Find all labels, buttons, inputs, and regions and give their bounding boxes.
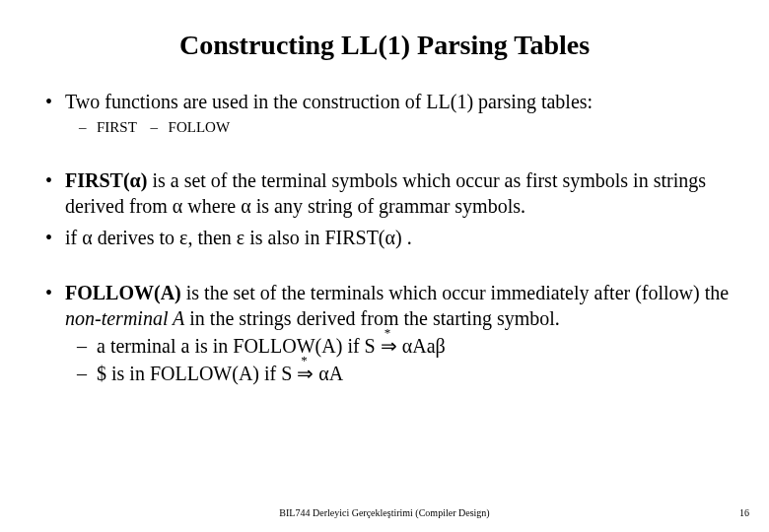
sublist-1: FIRST FOLLOW	[65, 118, 739, 138]
bullet-3-c: , then	[187, 227, 236, 248]
bullet-3-a: if	[65, 227, 82, 248]
dash-1-a: a terminal a is in FOLLOW(A) if S	[97, 335, 381, 357]
page-title: Constructing LL(1) Parsing Tables	[30, 30, 739, 61]
sub-follow: FOLLOW	[169, 118, 231, 138]
sub-first: FIRST	[97, 118, 137, 138]
first-label: FIRST(α)	[65, 169, 152, 191]
dash-2: $ is in FOLLOW(A) if S *⇒ αA	[97, 361, 739, 386]
bullet-2-text-b: where	[182, 195, 241, 217]
page-number: 16	[739, 507, 749, 518]
star-1: *	[384, 326, 391, 339]
derives-arrow-1: *⇒	[381, 336, 397, 356]
dash-2-c: A	[329, 363, 343, 384]
bullet-3: if α derives to ε, then ε is also in FIR…	[65, 225, 739, 250]
first-word: FIRST(	[65, 169, 130, 191]
alpha-symbol-7: α	[318, 363, 328, 384]
alpha-symbol-2: α	[173, 195, 182, 217]
derives-arrow-2: *⇒	[297, 364, 314, 383]
close-paren: )	[141, 169, 148, 191]
alpha-symbol-3: α	[241, 195, 250, 217]
footer-text: BIL744 Derleyici Gerçekleştirimi (Compil…	[0, 507, 769, 518]
bullet-4-text-b: in the strings derived from the starting…	[184, 307, 560, 329]
alpha-symbol-5: α	[385, 227, 395, 248]
bullet-3-e: ) .	[395, 227, 412, 248]
dash-1: a terminal a is in FOLLOW(A) if S *⇒ αAa…	[97, 333, 739, 359]
bullet-4: FOLLOW(A) is the set of the terminals wh…	[65, 280, 739, 386]
bullet-2-text-c: is any string of grammar symbols.	[251, 195, 525, 217]
dash-list: a terminal a is in FOLLOW(A) if S *⇒ αAa…	[65, 333, 739, 386]
bullet-1-text: Two functions are used in the constructi…	[65, 91, 593, 112]
eps-symbol-2: ε	[237, 227, 245, 248]
dash-2-a: $ is in FOLLOW(A) if S	[97, 363, 297, 384]
dash-1-c: Aa	[412, 335, 435, 357]
follow-label: FOLLOW(A)	[65, 282, 181, 303]
bullet-3-d: is also in FIRST(	[245, 227, 384, 248]
nonterminal-a: non-terminal A	[65, 307, 184, 329]
bullet-list: Two functions are used in the constructi…	[30, 89, 739, 386]
alpha-symbol: α	[130, 169, 141, 191]
alpha-symbol-4: α	[82, 227, 92, 248]
star-2: *	[301, 354, 308, 366]
bullet-1: Two functions are used in the constructi…	[65, 89, 739, 138]
beta-symbol: β	[436, 335, 446, 357]
bullet-4-text-a: is the set of the terminals which occur …	[181, 282, 729, 303]
bullet-3-b: derives to	[93, 227, 179, 248]
bullet-2: FIRST(α) is a set of the terminal symbol…	[65, 167, 739, 219]
alpha-symbol-6: α	[402, 335, 412, 357]
